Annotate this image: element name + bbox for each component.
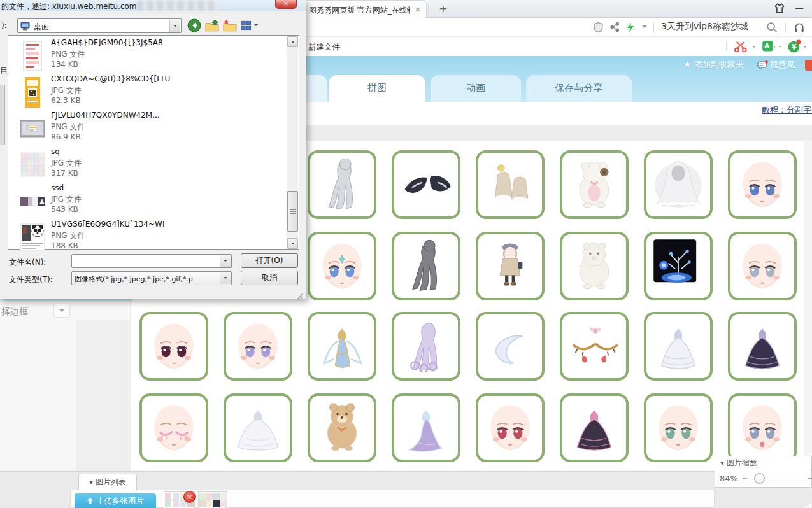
file-row[interactable]: FJLVLU04H7QX0YDNW42M... PNG 文件 86.9 KB [9,110,288,146]
grid-item-black-pink-dress[interactable] [560,393,629,462]
scrollbar-thumb[interactable] [287,191,298,232]
grid-item-face-with-blue-eyes-and-gem[interactable] [308,232,376,300]
filetype-dropdown-arrow[interactable] [220,272,231,284]
scroll-down-button[interactable] [287,238,298,249]
grid-item-white-blue-crescent[interactable] [476,312,545,381]
scissors-menu-caret-icon[interactable] [752,46,756,50]
cut-off-red-icon[interactable] [805,60,812,71]
feedback-bubble-icon[interactable] [757,60,769,73]
grid-item-face-with-gray-eyes[interactable] [728,232,797,300]
translate-icon[interactable]: A [762,40,775,55]
zoom-increase-tick[interactable] [808,478,812,479]
file-row[interactable]: U1VGS6[E6Q9G4]KU`134~WI PNG 文件 188 KB [9,219,288,255]
grid-item-black-feather-ears[interactable] [392,150,460,219]
grid-item-face-with-green-eyes[interactable] [644,393,713,462]
views-button[interactable] [241,20,252,34]
browser-skin-button[interactable] [773,3,786,17]
tutorial-link[interactable]: 教程：分割字做 [762,104,812,116]
grid-item-lavender-curly-hair[interactable] [392,312,460,381]
back-button[interactable] [187,18,201,35]
grid-item-white-sheep-plush[interactable] [560,150,629,219]
upload-button-label: 上传多张图片 [96,496,144,505]
shield-icon[interactable] [593,22,604,33]
lookin-dropdown-arrow[interactable] [169,20,180,32]
grid-item-face-with-dark-red-eyes[interactable] [139,312,208,381]
tab-pintu[interactable]: 拼图 [329,75,425,102]
grid-item-beige-bell-sleeves[interactable] [476,150,545,219]
item-thumbnail [398,236,454,292]
zoom-slider-handle[interactable] [754,473,765,484]
image-list-tab[interactable]: ▾ 图片列表 [78,474,137,490]
grid-item-black-lolita-skirt[interactable] [728,312,797,381]
resize-grip[interactable] [296,290,303,298]
filename-input[interactable] [71,254,232,268]
share-icon[interactable] [609,22,621,33]
search-icon[interactable] [766,22,778,33]
grid-item-purple-mermaid-gown[interactable] [392,393,460,462]
up-folder-button[interactable] [205,19,219,34]
scissors-icon[interactable] [734,40,749,55]
image-list-label: 图片列表 [96,477,126,486]
send-button[interactable] [792,495,812,508]
open-button[interactable]: 打开(O) [241,253,298,268]
grid-item-silver-long-hair[interactable] [308,150,376,219]
dialog-titlebar[interactable]: 的文件，通过: xiuxiu.web.meitu.com [0,0,306,11]
file-row[interactable]: CXTCQDA~C@U)3}8%CD{[LTU JPG 文件 62.3 KB [9,74,288,110]
wallet-icon[interactable]: ¥ [787,39,801,56]
zoom-panel-header[interactable]: ▾ 图片缩放 [715,456,811,470]
grid-item-white-bridal-gown[interactable] [224,393,292,462]
file-size: 62.3 KB [51,96,81,105]
promo-link[interactable]: 3天升到vip8称霸沙城 [661,21,748,32]
lightning-icon[interactable] [625,22,637,33]
grid-item-tan-teddy-bear[interactable] [308,393,376,462]
svg-text:A: A [764,43,770,50]
tab-separator [428,4,429,14]
filetype-select[interactable]: 图像格式(*.jpg,*.jpeg,*.jpe,*.gif,*.p [71,271,232,285]
zoom-decrease-tick[interactable] [743,478,747,479]
grid-item-face-with-blue-eyes[interactable] [728,150,797,219]
grid-item-surprised-face[interactable] [728,393,797,462]
grid-item-doll-in-beige-coat-and-beret[interactable] [476,232,545,300]
grid-item-white-hooded-veil[interactable] [644,150,713,219]
wallet-menu-caret-icon[interactable] [803,46,807,50]
scroll-up-button[interactable] [287,36,298,47]
file-list-scrollbar[interactable] [287,36,298,249]
browser-tab[interactable]: 图秀秀网页版 官方网站_在线制 × [293,0,427,18]
chevron-down-icon[interactable] [642,25,647,31]
upload-images-button[interactable]: 上传多张图片 [75,493,156,508]
feedback-link[interactable]: 提意见 [770,59,795,71]
cancel-button[interactable]: 取消 [241,271,298,285]
file-name: FJLVLU04H7QX0YDNW42M... [51,111,160,120]
dialog-close-button[interactable]: × [275,0,297,9]
new-tab-button[interactable]: + [436,3,451,15]
border-select-dropdown[interactable] [53,304,70,318]
minimize-button[interactable]: — [791,3,808,14]
new-folder-button[interactable] [223,19,237,34]
file-row[interactable]: sq JPG 文件 317 KB [9,146,288,183]
grid-item-face-with-pink-closed-lashes[interactable] [139,393,208,462]
headphones-icon[interactable] [794,22,805,33]
grid-item-blue-gold-fairy-dress[interactable] [308,312,376,381]
item-thumbnail [734,316,790,372]
delete-image-icon[interactable]: × [183,491,196,503]
tab-donghua[interactable]: 动画 [431,75,521,102]
grid-item-dark-gray-long-hair[interactable] [392,232,460,300]
bookmark-new-file[interactable]: 新建文件 [308,42,340,53]
grid-item-face-with-red-eyes[interactable] [476,393,545,462]
grid-item-closed-eyes-with-tears[interactable] [560,312,629,381]
grid-item-dark-glowing-tree-scene[interactable] [644,232,713,300]
image-list-thumbnail[interactable] [198,491,227,508]
add-favorites-link[interactable]: ★ 添加到收藏夹 [683,59,744,71]
tab-save-share[interactable]: 保存与分享 [526,75,632,102]
grid-scrollbar[interactable] [804,141,812,471]
views-caret-icon[interactable] [254,24,258,28]
file-row[interactable]: A{GAH$}DF]GM90{[}3J$5A8 PNG 文件 134 KB [9,38,288,74]
file-row[interactable]: ssd JPG 文件 543 KB [9,183,288,219]
grid-item-white-lace-skirt[interactable] [644,312,713,381]
grid-item-face-with-lavender-eyes[interactable] [224,312,292,381]
filename-dropdown-arrow[interactable] [220,255,231,267]
grid-item-white-bear-plush[interactable] [560,232,629,300]
translate-menu-caret-icon[interactable] [778,46,782,50]
tab-close-icon[interactable]: × [413,5,422,14]
lookin-combobox[interactable]: 桌面 [17,18,182,33]
